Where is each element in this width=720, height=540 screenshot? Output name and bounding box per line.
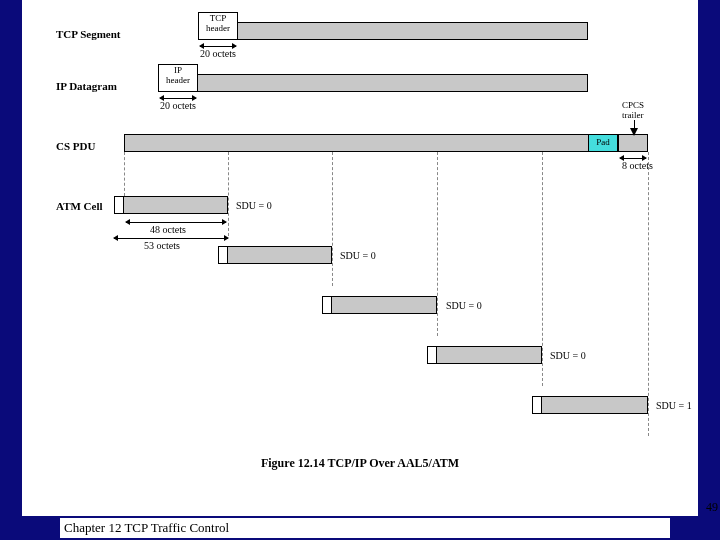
atm-cell-4-sdu: SDU = 0 <box>550 350 586 361</box>
atm-cell-label: ATM Cell <box>56 200 103 212</box>
atm-48-dim <box>126 222 226 223</box>
ip-header-box: IP header <box>158 64 198 92</box>
atm-53-label: 53 octets <box>144 240 180 251</box>
atm-cell-2 <box>218 246 332 264</box>
atm-cell-5-header <box>532 396 542 414</box>
tcp-header-size: 20 octets <box>200 48 236 59</box>
atm-cell-3-sdu: SDU = 0 <box>446 300 482 311</box>
atm-cell-3 <box>322 296 437 314</box>
atm-48-label: 48 octets <box>150 224 186 235</box>
atm-cell-5 <box>532 396 648 414</box>
page-number: 49 <box>706 500 718 515</box>
slide-footer: Chapter 12 TCP Traffic Control <box>60 518 670 538</box>
atm-53-dim <box>114 238 228 239</box>
atm-cell-3-header <box>322 296 332 314</box>
atm-cell-2-header <box>218 246 228 264</box>
dash-6a <box>648 152 649 436</box>
cs-pad-box: Pad <box>588 134 618 152</box>
tcp-header-box: TCP header <box>198 12 238 40</box>
atm-cell-4-header <box>427 346 437 364</box>
dash-4a <box>437 152 438 336</box>
tcp-segment-label: TCP Segment <box>56 28 120 40</box>
ip-header-dim <box>160 98 196 99</box>
figure-caption: Figure 12.14 TCP/IP Over AAL5/ATM <box>22 456 698 471</box>
cs-pdu-label: CS PDU <box>56 140 95 152</box>
trailer-pointer-arrow <box>630 128 638 136</box>
ip-payload-bar <box>158 74 588 92</box>
slide: TCP Segment IP Datagram CS PDU ATM Cell … <box>22 0 698 516</box>
atm-cell-1-header <box>114 196 124 214</box>
cs-trailer-label: CPCS trailer <box>622 100 644 120</box>
atm-cell-1-sdu: SDU = 0 <box>236 200 272 211</box>
atm-cell-4 <box>427 346 542 364</box>
atm-cell-1 <box>114 196 228 214</box>
encapsulation-diagram: TCP Segment IP Datagram CS PDU ATM Cell … <box>22 0 698 490</box>
dash-5a <box>542 152 543 386</box>
dash-2a <box>228 152 229 236</box>
cs-trailer-dim <box>620 158 646 159</box>
tcp-header-dim <box>200 46 236 47</box>
dash-1a <box>124 152 125 196</box>
tcp-payload-bar <box>198 22 588 40</box>
ip-datagram-label: IP Datagram <box>56 80 117 92</box>
ip-header-size: 20 octets <box>160 100 196 111</box>
cs-pdu-bar <box>124 134 618 152</box>
atm-cell-5-sdu: SDU = 1 <box>656 400 692 411</box>
atm-cell-2-sdu: SDU = 0 <box>340 250 376 261</box>
dash-3a <box>332 152 333 286</box>
cs-trailer-bar <box>618 134 648 152</box>
